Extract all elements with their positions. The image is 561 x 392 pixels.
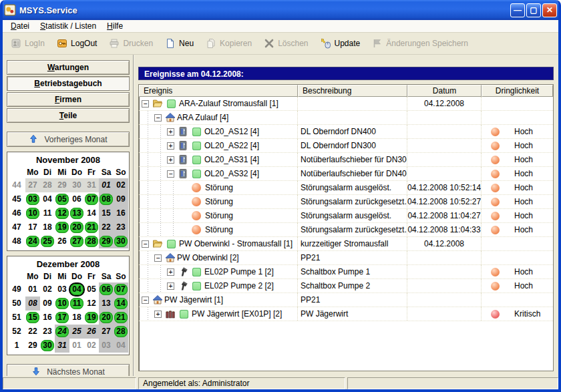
- calendar-day[interactable]: 17: [25, 220, 40, 234]
- calendar-day[interactable]: 24: [25, 234, 40, 248]
- expand-icon[interactable]: +: [167, 142, 174, 150]
- collapse-icon[interactable]: −: [142, 240, 149, 248]
- calendar-day[interactable]: 25: [69, 325, 84, 339]
- table-row[interactable]: StörungStörungsalarm ausgelöst.04.12.200…: [139, 181, 553, 195]
- delete-button[interactable]: Löschen: [264, 38, 308, 49]
- calendar-day[interactable]: 27: [25, 178, 40, 192]
- calendar-day[interactable]: 25: [40, 234, 55, 248]
- expand-icon[interactable]: +: [167, 128, 174, 136]
- minimize-button[interactable]: —: [510, 3, 525, 17]
- calendar-day[interactable]: 01: [25, 282, 40, 297]
- calendar-day[interactable]: 26: [55, 234, 69, 248]
- print-button[interactable]: Drucken: [109, 38, 153, 49]
- logout-button[interactable]: LogOut: [57, 38, 97, 49]
- table-row[interactable]: −PW Jägerwirt [1]PP21: [139, 293, 553, 307]
- table-row[interactable]: −OL20_AS32 [4]Notüberlaufschieber für DN…: [139, 167, 553, 181]
- calendar-day[interactable]: 27: [69, 234, 84, 248]
- calendar-day[interactable]: 05: [55, 192, 69, 206]
- calendar-day[interactable]: 13: [99, 297, 114, 311]
- previous-month-button[interactable]: Vorheriges Monat: [7, 132, 130, 147]
- column-header-ereignis[interactable]: Ereignis: [139, 85, 298, 97]
- table-row[interactable]: StörungStörungsalarm ausgelöst.04.12.200…: [139, 209, 553, 223]
- calendar-day[interactable]: 16: [114, 206, 128, 220]
- calendar-day[interactable]: 23: [40, 325, 55, 339]
- expand-icon[interactable]: +: [167, 282, 174, 290]
- calendar-day[interactable]: 18: [69, 311, 84, 325]
- table-row[interactable]: −ARA-Zulauf Stromausfall [1]04.12.2008: [139, 97, 553, 111]
- calendar-day[interactable]: 18: [40, 220, 55, 234]
- calendar-day[interactable]: 11: [69, 297, 84, 311]
- column-header-dringlichkeit[interactable]: Dringlichkeit: [482, 85, 553, 97]
- calendar-day[interactable]: 12: [55, 206, 69, 220]
- table-row[interactable]: −PW Oberwinkl [2]PP21: [139, 251, 553, 265]
- table-row[interactable]: StörungStörungsalarm zurückgesetzt.04.12…: [139, 195, 553, 209]
- maximize-button[interactable]: ▢: [526, 3, 541, 17]
- calendar-day[interactable]: 04: [69, 282, 84, 297]
- table-row[interactable]: +OL20_AS12 [4]DL Oberndorf DN400Hoch: [139, 125, 553, 139]
- calendar-day[interactable]: 06: [69, 192, 84, 206]
- calendar-day[interactable]: 22: [25, 325, 40, 339]
- calendar-day[interactable]: 22: [99, 220, 114, 234]
- calendar-day[interactable]: 21: [114, 311, 128, 325]
- calendar-day[interactable]: 15: [99, 206, 114, 220]
- sidebar-item-teile[interactable]: Teile: [7, 108, 130, 123]
- expand-icon[interactable]: +: [167, 156, 174, 164]
- copy-button[interactable]: Kopieren: [206, 38, 252, 49]
- next-month-button[interactable]: Nächstes Monat: [7, 364, 130, 376]
- expand-icon[interactable]: +: [167, 268, 174, 276]
- table-row[interactable]: −PW Oberwinkl - Stromausfall [1]kurzzeit…: [139, 237, 553, 251]
- calendar-day[interactable]: 20: [99, 311, 114, 325]
- calendar-day[interactable]: 08: [25, 297, 40, 311]
- calendar-day[interactable]: 03: [25, 192, 40, 206]
- calendar-day[interactable]: 17: [55, 311, 69, 325]
- table-row[interactable]: +OL20_AS22 [4]DL Oberndorf DN300Hoch: [139, 139, 553, 153]
- calendar-day[interactable]: 19: [55, 220, 69, 234]
- table-row[interactable]: +PW Jägerwirt [EX01P] [2]PW JägerwirtKri…: [139, 307, 553, 321]
- expand-icon[interactable]: +: [154, 311, 162, 318]
- calendar-day[interactable]: 21: [84, 220, 99, 234]
- calendar-day[interactable]: 29: [99, 234, 114, 248]
- table-row[interactable]: +EL02P Pumpe 1 [2]Schaltbox Pumpe 1Hoch: [139, 265, 553, 279]
- calendar-day[interactable]: 23: [114, 220, 128, 234]
- login-button[interactable]: LogIn: [11, 38, 45, 49]
- calendar-day[interactable]: 28: [114, 325, 128, 339]
- sidebar-item-firmen[interactable]: Firmen: [7, 92, 130, 107]
- calendar-day[interactable]: 07: [84, 192, 99, 206]
- calendar-day[interactable]: 12: [84, 297, 99, 311]
- calendar-day[interactable]: 14: [114, 297, 128, 311]
- calendar-day[interactable]: 29: [25, 339, 40, 353]
- calendar-day[interactable]: 08: [99, 192, 114, 206]
- menu-hilfe[interactable]: Hilfe: [102, 20, 128, 32]
- calendar-day[interactable]: 02: [114, 178, 128, 192]
- collapse-icon[interactable]: −: [142, 100, 149, 108]
- column-header-datum[interactable]: Datum: [407, 85, 482, 97]
- calendar-day[interactable]: 02: [40, 282, 55, 297]
- calendar-day[interactable]: 03: [99, 339, 114, 353]
- table-row[interactable]: −ARA Zulauf [4]: [139, 111, 553, 125]
- calendar-day[interactable]: 19: [84, 311, 99, 325]
- menu-statistik-listen[interactable]: Statistik / Listen: [35, 20, 102, 32]
- calendar-day[interactable]: 16: [40, 311, 55, 325]
- calendar-day[interactable]: 29: [55, 178, 69, 192]
- sidebar-item-betriebstagebuch[interactable]: Betriebstagebuch: [7, 76, 130, 91]
- calendar-day[interactable]: 28: [40, 178, 55, 192]
- collapse-icon[interactable]: −: [167, 170, 174, 178]
- calendar-day[interactable]: 10: [25, 206, 40, 220]
- calendar-day[interactable]: 30: [40, 339, 55, 353]
- calendar-day[interactable]: 04: [114, 339, 128, 353]
- calendar-day[interactable]: 26: [84, 325, 99, 339]
- calendar-day[interactable]: 05: [84, 282, 99, 297]
- calendar-day[interactable]: 31: [55, 339, 69, 353]
- table-row[interactable]: StörungStörungsalarm zurückgesetzt.04.12…: [139, 223, 553, 237]
- calendar-day[interactable]: 30: [114, 234, 128, 248]
- sidebar-item-wartungen[interactable]: Wartungen: [7, 60, 130, 75]
- table-row[interactable]: +OL20_AS31 [4]Notüberlaufschieber für DN…: [139, 153, 553, 167]
- calendar-day[interactable]: 09: [40, 297, 55, 311]
- column-header-beschreibung[interactable]: Beschreibung: [298, 85, 407, 97]
- calendar-day[interactable]: 01: [69, 339, 84, 353]
- calendar-day[interactable]: 09: [114, 192, 128, 206]
- calendar-day[interactable]: 20: [69, 220, 84, 234]
- save-changes-button[interactable]: Änderungen Speichern: [372, 38, 468, 49]
- calendar-day[interactable]: 24: [55, 325, 69, 339]
- calendar-day[interactable]: 07: [114, 282, 128, 297]
